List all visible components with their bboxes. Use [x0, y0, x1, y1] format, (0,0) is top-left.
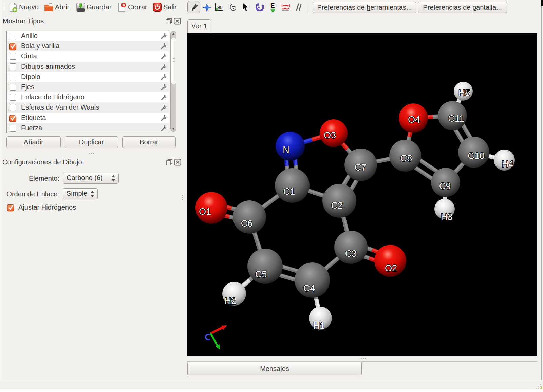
svg-text:C6: C6 — [241, 218, 253, 229]
svg-text:H2: H2 — [225, 296, 237, 306]
svg-text:E: E — [270, 2, 275, 9]
svg-text:O2: O2 — [385, 263, 397, 273]
svg-text:N: N — [283, 145, 289, 155]
svg-text:C9: C9 — [439, 181, 451, 191]
svg-text:C10: C10 — [468, 151, 485, 161]
svg-text:C1: C1 — [283, 187, 295, 197]
svg-text:H3: H3 — [441, 212, 453, 222]
svg-text:C11: C11 — [448, 114, 464, 124]
svg-text:C8: C8 — [400, 153, 412, 163]
svg-text:C7: C7 — [355, 162, 367, 173]
svg-text:H1: H1 — [313, 321, 325, 331]
svg-text:C3: C3 — [345, 249, 357, 259]
svg-text:C4: C4 — [303, 283, 315, 293]
svg-text:C5: C5 — [255, 269, 267, 279]
svg-text:H5: H5 — [458, 88, 470, 98]
svg-text:O3: O3 — [324, 130, 336, 140]
svg-text:H4: H4 — [502, 159, 514, 169]
svg-text:O4: O4 — [408, 115, 420, 125]
svg-text:O1: O1 — [199, 207, 211, 217]
svg-text:90: 90 — [217, 5, 223, 10]
svg-text:C2: C2 — [331, 200, 343, 211]
